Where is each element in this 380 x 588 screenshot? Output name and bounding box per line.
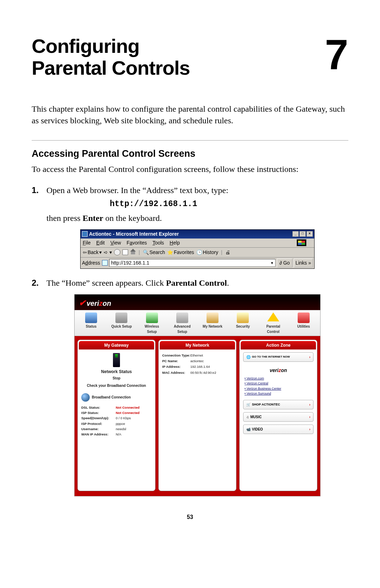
verizon-links: Verizon.com Verizon Central Verizon Busi…: [245, 376, 312, 396]
go-label: Go: [283, 260, 290, 266]
nav-quick-setup[interactable]: Quick Setup: [109, 312, 134, 334]
address-input[interactable]: http://192.168.1.1 ▼: [109, 259, 276, 267]
value: pppoe: [116, 421, 152, 426]
section-intro: To access the Parental Control configura…: [32, 163, 348, 175]
table-row: ISP Protocol:pppoe: [81, 421, 152, 426]
panel-title: My Gateway: [79, 341, 154, 349]
link-verizon-com[interactable]: Verizon.com: [245, 376, 312, 381]
key: Username:: [81, 427, 116, 432]
advanced-icon: [176, 312, 188, 323]
favorites-button[interactable]: ⭐ Favorites: [167, 249, 194, 256]
nav-parental-control[interactable]: Parental Control: [261, 312, 286, 334]
chapter-title-line1: Configuring: [32, 35, 139, 57]
shop-actiontec-button[interactable]: 🛒SHOP ACTIONTEC ›: [243, 400, 314, 409]
step-1: 1. Open a Web browser. In the “Address” …: [32, 184, 348, 269]
step-number: 2.: [32, 277, 46, 496]
value: 192.168.1.64: [190, 364, 233, 369]
nav-status[interactable]: Status: [79, 312, 103, 334]
menu-edit[interactable]: Edit: [96, 239, 105, 247]
button-label: GO TO THE INTERNET NOW: [252, 355, 290, 358]
globe-icon: [81, 393, 90, 402]
stop-icon[interactable]: [114, 249, 120, 255]
cart-icon: 🛒: [246, 402, 251, 407]
print-icon[interactable]: 🖨: [225, 249, 230, 256]
stop-link[interactable]: Stop: [81, 376, 152, 381]
address-label: Address: [82, 259, 100, 267]
check-broadband-link[interactable]: Check your Broadband Connection: [81, 383, 152, 388]
table-row: ISP Status:Not Connected: [81, 410, 152, 415]
chapter-title-line2: Parental Controls: [32, 57, 190, 79]
step-1-bold: Enter: [83, 213, 103, 223]
table-row: Speed(Down/Up):0 / 0 Kbps: [81, 416, 152, 421]
links-label: Links: [296, 260, 307, 266]
menu-file[interactable]: File: [83, 239, 91, 247]
history-button[interactable]: 🕒 History: [196, 249, 218, 256]
key: PC Name:: [162, 359, 190, 364]
step-1-text: Open a Web browser. In the “Address” tex…: [46, 186, 228, 195]
menu-help[interactable]: Help: [170, 239, 180, 247]
step-2-text: The “Home” screen appears. Click: [46, 278, 166, 287]
panel-my-gateway: My Gateway Network Status Stop Check you…: [77, 340, 156, 491]
status-icon: [85, 312, 97, 323]
steps-list: 1. Open a Web browser. In the “Address” …: [32, 184, 348, 496]
key: Connection Type:: [162, 353, 190, 358]
links-button[interactable]: Links »: [294, 259, 313, 267]
go-button[interactable]: ∂ Go: [277, 259, 292, 267]
nav-label: Status: [86, 324, 97, 328]
value: Ethernet: [190, 353, 233, 358]
parental-icon: [267, 312, 279, 323]
go-internet-button[interactable]: 🌐GO TO THE INTERNET NOW ›: [243, 352, 314, 362]
value: actiontec: [190, 359, 233, 364]
video-button[interactable]: 📹VIDEO ›: [243, 425, 314, 434]
menu-tools[interactable]: Tools: [152, 239, 164, 247]
value: Not Connected: [116, 410, 152, 415]
search-button[interactable]: 🔍 Search: [143, 249, 165, 256]
panel-title: My Network: [160, 341, 235, 349]
nav-label: Utilities: [297, 324, 310, 328]
link-verizon-central[interactable]: Verizon Central: [245, 381, 312, 386]
value: 00:50:fc:4d:90:e2: [190, 370, 233, 375]
ie-throbber-icon: [297, 239, 306, 246]
menu-favorites[interactable]: Favorites: [127, 239, 147, 247]
forward-button[interactable]: ➪ ▾: [104, 249, 112, 256]
table-row: Connection Type:Ethernet: [162, 353, 233, 358]
back-button[interactable]: ⇦ Back ▾: [83, 249, 102, 256]
table-row: IP Address:192.168.1.64: [162, 364, 233, 369]
panel-my-network: My Network Connection Type:Ethernet PC N…: [158, 340, 236, 491]
chevron-right-icon: ›: [309, 414, 310, 420]
key: Speed(Down/Up):: [81, 416, 116, 421]
step-1-address: http://192.168.1.1: [110, 198, 348, 210]
verizon-mini-logo: verizon: [240, 367, 317, 374]
nav-security[interactable]: Security: [230, 312, 255, 334]
chapter-number: 7: [325, 35, 348, 73]
nav-advanced-setup[interactable]: Advanced Setup: [170, 312, 195, 334]
nav-my-network[interactable]: My Network: [200, 312, 225, 334]
link-verizon-surround[interactable]: Verizon Surround: [245, 391, 312, 396]
maximize-button[interactable]: □: [299, 231, 306, 237]
gateway-body: My Gateway Network Status Stop Check you…: [75, 336, 320, 496]
chapter-title: Configuring Parental Controls: [32, 35, 190, 79]
music-button[interactable]: ♫MUSIC ›: [243, 412, 314, 422]
step-2-bold: Parental Control: [166, 278, 227, 287]
value: N/A: [116, 432, 152, 437]
network-icon: [207, 312, 218, 323]
nav-wireless-setup[interactable]: Wireless Setup: [140, 312, 164, 334]
step-number: 1.: [32, 184, 46, 269]
link-verizon-business[interactable]: Verizon Business Center: [245, 386, 312, 391]
ie-title-text: Actiontec - Microsoft Internet Explorer: [89, 230, 292, 238]
network-status-title: Network Status: [81, 369, 152, 375]
address-dropdown-icon[interactable]: ▼: [270, 260, 274, 266]
table-row: MAC Address:00:50:fc:4d:90:e2: [162, 370, 233, 375]
broadband-heading: Broadband Connection: [81, 393, 152, 402]
back-label: Back: [88, 249, 99, 256]
menu-view[interactable]: View: [110, 239, 121, 247]
nav-utilities[interactable]: Utilities: [291, 312, 316, 334]
close-button[interactable]: ×: [306, 231, 313, 237]
refresh-icon[interactable]: [122, 249, 128, 255]
minimize-button[interactable]: _: [292, 231, 299, 237]
favorites-label: Favorites: [174, 249, 194, 256]
broadband-label: Broadband Connection: [92, 395, 131, 400]
nav-label: Quick Setup: [111, 324, 132, 328]
home-icon[interactable]: [130, 249, 136, 255]
chevron-right-icon: ›: [309, 402, 310, 407]
